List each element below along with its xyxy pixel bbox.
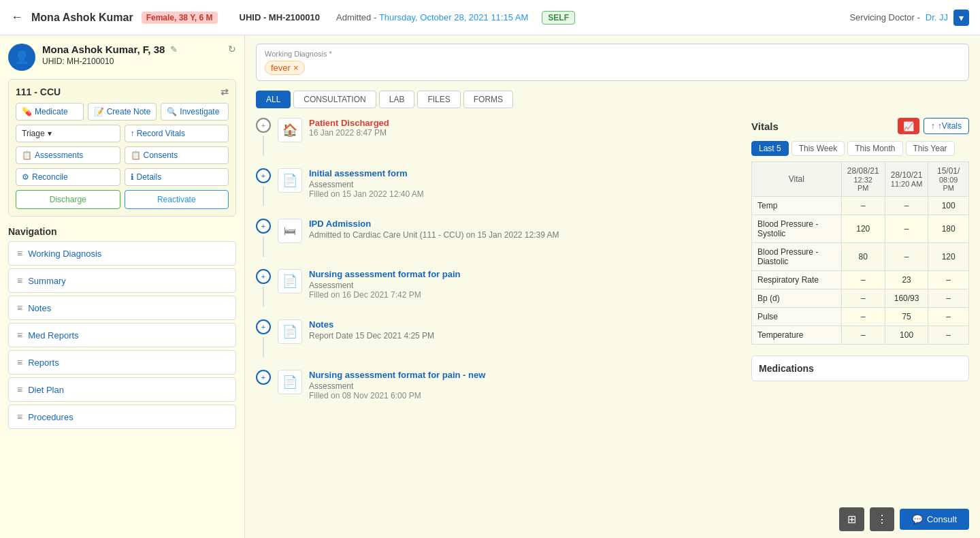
nav-item-reports[interactable]: ≡Reports bbox=[8, 350, 236, 375]
vital-val3: 120 bbox=[928, 243, 969, 271]
ward-label: 111 - CCU bbox=[16, 86, 61, 97]
tl-expand-initial-assessment[interactable]: + bbox=[256, 168, 271, 183]
admitted-date-link[interactable]: Thursday, October 28, 2021 11:15 AM bbox=[379, 12, 528, 22]
vital-val3: – bbox=[928, 289, 969, 308]
triage-button[interactable]: Triage ▾ bbox=[16, 125, 120, 142]
vitals-period-last-5[interactable]: Last 5 bbox=[751, 141, 789, 156]
medicate-button[interactable]: 💊 Medicate bbox=[16, 103, 84, 121]
tl-body-ipd-admission: IPD Admission Admitted to Cardiac Care U… bbox=[309, 219, 740, 240]
reconcile-icon: ⚙ bbox=[22, 172, 29, 182]
vitals-period-this-month[interactable]: This Month bbox=[847, 141, 902, 156]
vitals-table-row: Blood Pressure - Systolic 120 – 180 bbox=[752, 215, 969, 243]
vitals-table-row: Bp (d) – 160/93 – bbox=[752, 289, 969, 308]
sidebar: 👤 Mona Ashok Kumar, F, 38 ✎ UHID: MH-210… bbox=[0, 35, 245, 538]
fever-remove-button[interactable]: × bbox=[293, 63, 299, 73]
doctor-link[interactable]: Dr. JJ bbox=[926, 12, 948, 22]
nav-item-notes[interactable]: ≡Notes bbox=[8, 296, 236, 320]
details-button[interactable]: ℹ Details bbox=[125, 168, 229, 186]
nav-icon-reports: ≡ bbox=[17, 357, 22, 368]
vital-val2: 100 bbox=[885, 326, 928, 345]
nav-item-med-reports[interactable]: ≡Med Reports bbox=[8, 323, 236, 347]
tl-sub-ipd-admission: Admitted to Cardiac Care Unit (111 - CCU… bbox=[309, 230, 740, 240]
tl-expand-notes[interactable]: + bbox=[256, 319, 271, 334]
assessments-icon: 📋 bbox=[22, 151, 32, 160]
assessments-button[interactable]: 📋 Assessments bbox=[16, 146, 120, 164]
tl-title-patient-discharged[interactable]: Patient Discharged bbox=[309, 118, 740, 128]
vital-val1: 80 bbox=[841, 243, 885, 271]
tl-expand-patient-discharged[interactable]: + bbox=[256, 118, 271, 133]
vital-name-cell: Blood Pressure - Diastolic bbox=[752, 243, 842, 271]
nav-icon-notes: ≡ bbox=[17, 302, 22, 313]
consult-button[interactable]: 💬 Consult bbox=[900, 509, 969, 530]
record-vitals-button[interactable]: ↑ Record Vitals bbox=[125, 125, 229, 142]
reconcile-button[interactable]: ⚙ Reconcile bbox=[16, 168, 120, 186]
bottom-bar: ⊞ ⋮ 💬 Consult bbox=[828, 501, 980, 538]
tl-expand-nursing-pain[interactable]: + bbox=[256, 269, 271, 284]
tl-expand-ipd-admission[interactable]: + bbox=[256, 219, 271, 234]
patient-name: Mona Ashok Kumar, F, 38 bbox=[42, 44, 165, 55]
tab-files[interactable]: FILES bbox=[417, 91, 460, 108]
vital-val2: – bbox=[885, 243, 928, 271]
header-dropdown-button[interactable]: ▾ bbox=[953, 10, 969, 26]
refresh-icon[interactable]: ↻ bbox=[228, 44, 236, 54]
vital-val1: – bbox=[841, 271, 885, 289]
edit-icon[interactable]: ✎ bbox=[170, 44, 178, 54]
tab-all[interactable]: ALL bbox=[256, 91, 291, 108]
tl-title-initial-assessment[interactable]: Initial assessment form bbox=[309, 168, 740, 178]
nav-item-working-diagnosis[interactable]: ≡Working Diagnosis bbox=[8, 241, 236, 266]
vital-name-cell: Temp bbox=[752, 197, 842, 215]
vitals-buttons: 📈 ↑ ↑Vitals bbox=[898, 118, 969, 134]
vital-name-cell: Bp (d) bbox=[752, 289, 842, 308]
investigate-icon: 🔍 bbox=[167, 107, 177, 116]
vitals-table-row: Blood Pressure - Diastolic 80 – 120 bbox=[752, 243, 969, 271]
patient-info: Mona Ashok Kumar, F, 38 ✎ UHID: MH-21000… bbox=[42, 44, 221, 66]
header-right: Servicing Doctor - Dr. JJ ▾ bbox=[849, 10, 969, 26]
more-options-button[interactable]: ⋮ bbox=[870, 507, 894, 531]
tab-lab[interactable]: LAB bbox=[379, 91, 415, 108]
ward-box: 111 - CCU ⇄ 💊 Medicate 📝 Create Note 🔍 I… bbox=[8, 79, 236, 217]
discharge-button[interactable]: Discharge bbox=[16, 190, 120, 209]
nav-item-diet-plan[interactable]: ≡Diet Plan bbox=[8, 377, 236, 402]
vitals-date-col3: 15/01/ 08:09 PM bbox=[928, 162, 969, 197]
tab-forms[interactable]: FORMS bbox=[463, 91, 513, 108]
vitals-add-icon: ↑ bbox=[931, 121, 935, 131]
tl-title-ipd-admission[interactable]: IPD Admission bbox=[309, 219, 740, 229]
tl-expand-nursing-pain-new[interactable]: + bbox=[256, 370, 271, 385]
consents-button[interactable]: 📋 Consents bbox=[125, 146, 229, 164]
vitals-add-button[interactable]: ↑ ↑Vitals bbox=[924, 118, 969, 134]
tl-date-patient-discharged: 16 Jan 2022 8:47 PM bbox=[309, 128, 740, 138]
vitals-period-this-year[interactable]: This Year bbox=[906, 141, 955, 156]
create-note-button[interactable]: 📝 Create Note bbox=[88, 103, 157, 121]
timeline-item-notes: + 📄 Notes Report Date 15 Dec 2021 4:25 P… bbox=[256, 319, 740, 358]
navigation-section: Navigation ≡Working Diagnosis≡Summary≡No… bbox=[8, 226, 236, 429]
medications-title: Medications bbox=[759, 363, 962, 374]
tl-title-nursing-pain-new[interactable]: Nursing assessment format for pain - new bbox=[309, 370, 740, 380]
tl-title-notes[interactable]: Notes bbox=[309, 319, 740, 330]
vitals-period-this-week[interactable]: This Week bbox=[791, 141, 845, 156]
vitals-trend-button[interactable]: 📈 bbox=[898, 118, 919, 134]
back-button[interactable]: ← bbox=[11, 10, 23, 25]
ward-transfer-icon[interactable]: ⇄ bbox=[220, 86, 229, 97]
action-row-assessments: 📋 Assessments 📋 Consents bbox=[16, 146, 229, 164]
tl-title-nursing-pain[interactable]: Nursing assessment format for pain bbox=[309, 269, 740, 279]
self-badge: SELF bbox=[542, 11, 575, 25]
grid-view-button[interactable]: ⊞ bbox=[839, 507, 864, 531]
vital-val2: 75 bbox=[885, 308, 928, 326]
timeline-items: + 🏠 Patient Discharged 16 Jan 2022 8:47 … bbox=[256, 118, 740, 400]
avatar: 👤 bbox=[8, 44, 35, 71]
nav-item-summary[interactable]: ≡Summary bbox=[8, 268, 236, 293]
tl-date-nursing-pain-new: Filled on 08 Nov 2021 6:00 PM bbox=[309, 391, 740, 400]
reactivate-button[interactable]: Reactivate bbox=[125, 190, 229, 209]
investigate-button[interactable]: 🔍 Investigate bbox=[161, 103, 229, 121]
tl-icon-nursing-pain: 📄 bbox=[278, 269, 302, 294]
tl-body-notes: Notes Report Date 15 Dec 2021 4:25 PM bbox=[309, 319, 740, 341]
admitted-header: Admitted - Thursday, October 28, 2021 11… bbox=[336, 12, 528, 22]
medications-section: Medications bbox=[751, 355, 969, 381]
tab-consultation[interactable]: CONSULTATION bbox=[293, 91, 376, 108]
navigation-title: Navigation bbox=[8, 226, 236, 237]
vitals-table: Vital 28/08/21 12:32 PM 28/10/21 11:20 A… bbox=[751, 161, 969, 345]
vital-val1: – bbox=[841, 326, 885, 345]
nav-icon-diet-plan: ≡ bbox=[17, 384, 22, 395]
tl-date-initial-assessment: Filled on 15 Jan 2022 12:40 AM bbox=[309, 189, 740, 199]
nav-item-procedures[interactable]: ≡Procedures bbox=[8, 405, 236, 429]
